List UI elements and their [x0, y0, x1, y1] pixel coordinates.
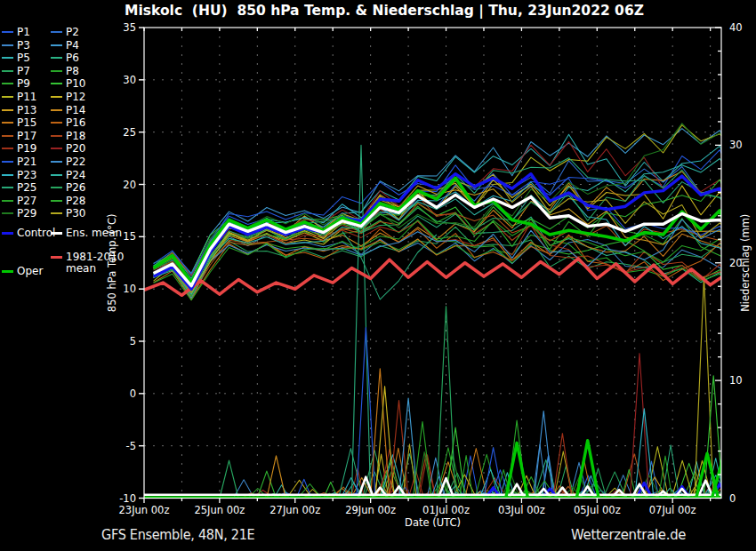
svg-text:10: 10	[729, 374, 743, 387]
svg-text:850 hPa Temp. (°C): 850 hPa Temp. (°C)	[106, 213, 118, 312]
footer-model-info: GFS Ensemble, 48N, 21E	[101, 526, 254, 543]
svg-text:35: 35	[123, 21, 136, 34]
svg-text:15: 15	[123, 230, 136, 243]
svg-text:30: 30	[123, 74, 136, 86]
svg-text:Date (UTC): Date (UTC)	[405, 516, 461, 529]
svg-text:25Jun 00z: 25Jun 00z	[194, 504, 245, 516]
svg-text:05Jul 00z: 05Jul 00z	[574, 504, 621, 516]
svg-text:25: 25	[123, 126, 136, 139]
chart-canvas: -10-50510152025303501020304023Jun 00z25J…	[0, 0, 756, 551]
series	[144, 124, 742, 499]
svg-text:0: 0	[729, 492, 736, 505]
svg-text:07Jul 00z: 07Jul 00z	[649, 504, 696, 516]
svg-text:20: 20	[123, 179, 136, 191]
svg-text:0: 0	[130, 387, 136, 400]
svg-text:40: 40	[729, 21, 743, 34]
svg-text:27Jun 00z: 27Jun 00z	[269, 504, 320, 516]
svg-text:23Jun 00z: 23Jun 00z	[119, 504, 170, 516]
footer-brand: Wetterzentrale.de	[571, 526, 686, 543]
svg-text:-5: -5	[126, 440, 136, 452]
meteogram-page: Miskolc (HU) 850 hPa Temp. & Niederschla…	[0, 0, 756, 551]
svg-text:-10: -10	[119, 492, 136, 505]
svg-text:29Jun 00z: 29Jun 00z	[345, 504, 396, 516]
svg-text:01Jul 00z: 01Jul 00z	[422, 504, 470, 516]
svg-text:03Jul 00z: 03Jul 00z	[498, 504, 545, 516]
svg-text:Niederschlag (mm): Niederschlag (mm)	[739, 214, 752, 312]
svg-text:5: 5	[130, 335, 136, 347]
svg-text:10: 10	[123, 283, 136, 295]
svg-text:30: 30	[729, 139, 743, 151]
